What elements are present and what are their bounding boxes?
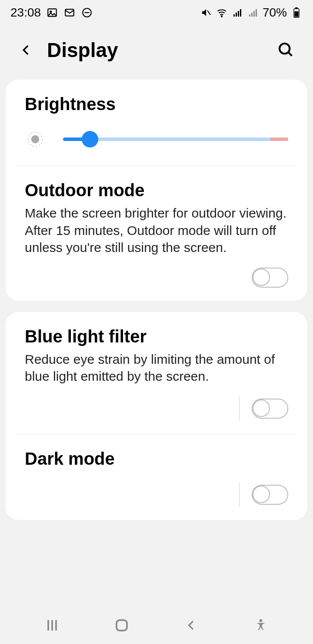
svg-line-5: [207, 10, 210, 15]
mute-icon: [200, 7, 212, 19]
nav-back-button[interactable]: [181, 615, 202, 636]
do-not-disturb-icon: [81, 7, 93, 19]
status-left: 23:08: [10, 6, 93, 20]
svg-point-20: [31, 135, 39, 143]
recents-button[interactable]: [42, 615, 63, 636]
brightness-card: Brightness Outdoor mode Make the screen …: [5, 79, 308, 301]
separator: [239, 483, 240, 507]
signal-icon: [231, 7, 243, 19]
svg-rect-25: [117, 620, 127, 631]
battery-text: 70%: [263, 6, 287, 20]
svg-rect-11: [249, 14, 250, 17]
outdoor-section[interactable]: Outdoor mode Make the screen brighter fo…: [6, 166, 307, 301]
wifi-icon: [216, 7, 228, 19]
accessibility-button[interactable]: [250, 615, 271, 636]
svg-rect-9: [238, 11, 239, 17]
darkmode-section[interactable]: Dark mode: [6, 434, 307, 520]
brightness-slider[interactable]: [63, 131, 288, 148]
bluelight-title: Blue light filter: [25, 327, 288, 346]
outdoor-description: Make the screen brighter for outdoor vie…: [25, 205, 288, 256]
signal-icon-2: [247, 7, 259, 19]
svg-rect-12: [251, 13, 253, 17]
bluelight-description: Reduce eye strain by limiting the amount…: [25, 351, 288, 385]
battery-icon: [290, 7, 303, 19]
darkmode-toggle[interactable]: [252, 485, 288, 505]
navigation-bar: [0, 607, 313, 644]
back-button[interactable]: [17, 41, 35, 59]
status-time: 23:08: [10, 6, 41, 20]
image-icon: [46, 7, 58, 19]
svg-point-1: [50, 11, 51, 12]
home-button[interactable]: [111, 615, 132, 636]
svg-rect-14: [256, 9, 257, 17]
search-button[interactable]: [276, 40, 296, 60]
svg-rect-17: [295, 11, 299, 17]
svg-point-6: [221, 16, 222, 17]
outdoor-title: Outdoor mode: [25, 181, 288, 200]
status-right: 70%: [200, 6, 303, 20]
svg-rect-13: [253, 11, 255, 17]
filters-card: Blue light filter Reduce eye strain by l…: [5, 312, 308, 520]
header: Display: [0, 25, 313, 79]
status-bar: 23:08 70%: [0, 0, 313, 25]
darkmode-title: Dark mode: [25, 449, 288, 469]
mail-icon: [63, 7, 76, 19]
brightness-section: Brightness: [6, 80, 307, 165]
svg-rect-8: [236, 13, 237, 17]
page-title: Display: [47, 38, 276, 62]
bluelight-section[interactable]: Blue light filter Reduce eye strain by l…: [6, 312, 307, 434]
svg-rect-7: [233, 14, 235, 17]
brightness-low-icon: [25, 129, 46, 150]
svg-rect-10: [240, 9, 241, 17]
svg-line-19: [288, 52, 292, 56]
brightness-row: [25, 129, 288, 150]
brightness-title: Brightness: [25, 94, 288, 114]
svg-point-18: [280, 44, 290, 54]
outdoor-toggle[interactable]: [252, 268, 288, 288]
svg-point-26: [260, 619, 263, 622]
separator: [239, 396, 240, 421]
bluelight-toggle[interactable]: [252, 399, 288, 419]
